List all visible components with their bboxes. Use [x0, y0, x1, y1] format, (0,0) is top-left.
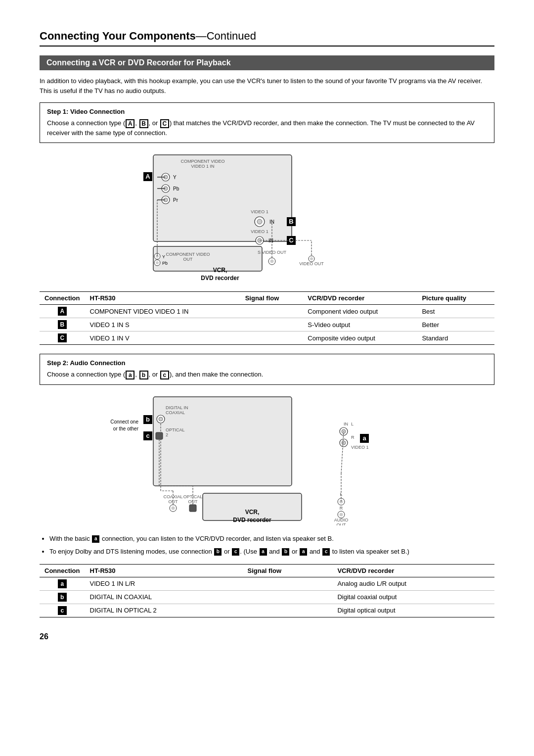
step2-title: Step 2: Audio Connection: [47, 359, 487, 367]
connection-badge-c: c: [40, 604, 85, 617]
svg-text:DVD recorder: DVD recorder: [233, 517, 271, 523]
and-text: and: [269, 548, 280, 555]
svg-text:VCR,: VCR,: [213, 267, 227, 274]
title-suffix: —Continued: [196, 30, 256, 42]
svg-text:OUT: OUT: [337, 522, 347, 525]
col-connection: Connection: [40, 292, 85, 305]
connection-badge-a: a: [40, 577, 85, 590]
svg-text:Pr: Pr: [173, 197, 178, 203]
col-signal: Signal flow: [240, 292, 303, 305]
svg-text:A: A: [145, 173, 150, 180]
ht-value: VIDEO 1 IN S: [85, 318, 240, 331]
svg-text:AUDIO: AUDIO: [334, 518, 349, 522]
audio-connection-table: Connection HT-R530 Signal flow VCR/DVD r…: [40, 564, 494, 617]
svg-text:COMPONENT VIDEO: COMPONENT VIDEO: [181, 159, 225, 164]
intro-paragraph: In addition to video playback, with this…: [40, 76, 494, 95]
signal-value: [242, 590, 332, 604]
vcr-value: Component video output: [303, 305, 417, 318]
connection-badge-b: b: [40, 590, 85, 604]
svg-text:VIDEO OUT: VIDEO OUT: [299, 261, 324, 266]
step1-title-text: Step 1: Video Connection: [47, 108, 125, 115]
svg-line-100: [341, 431, 344, 473]
connection-badge-A: A: [40, 305, 85, 318]
svg-text:Y: Y: [162, 254, 165, 259]
col-signal: Signal flow: [242, 564, 332, 577]
page-number-text: 26: [40, 632, 48, 641]
svg-point-37: [270, 260, 274, 263]
vcr-value: Composite video output: [303, 331, 417, 345]
vcr-value: Digital coaxial output: [332, 590, 494, 604]
signal-value: [242, 604, 332, 617]
audio-diagram: DIGITAL IN COAXIAL b OPTICAL 2 c Connect…: [40, 392, 494, 525]
svg-text:or the other: or the other: [113, 426, 139, 431]
signal-value: [240, 331, 303, 345]
title-text: Connecting Your Components: [40, 30, 196, 42]
svg-point-40: [310, 257, 313, 260]
svg-text:Pb: Pb: [173, 186, 179, 191]
bullet-list: With the basic a connection, you can lis…: [49, 533, 494, 557]
table-row: C VIDEO 1 IN V Composite video output St…: [40, 331, 494, 345]
svg-text:IN: IN: [344, 422, 348, 426]
step2-text: Choose a connection type (a, b, or c), a…: [47, 370, 487, 379]
step1-text: Choose a connection type (A, B, or C) th…: [47, 118, 487, 138]
table-row: a VIDEO 1 IN L/R Analog audio L/R output: [40, 577, 494, 590]
svg-text:2: 2: [166, 432, 168, 437]
svg-text:DIGITAL IN: DIGITAL IN: [166, 405, 188, 410]
svg-rect-81: [189, 505, 196, 512]
col-connection: Connection: [40, 564, 85, 577]
ht-value: VIDEO 1 IN V: [85, 331, 240, 345]
ht-value: DIGITAL IN COAXIAL: [85, 590, 243, 604]
col-ht: HT-R530: [85, 564, 243, 577]
signal-value: [240, 305, 303, 318]
vcr-value: S-Video output: [303, 318, 417, 331]
connection-badge-C: C: [40, 331, 85, 345]
table-row: B VIDEO 1 IN S S-Video output Better: [40, 318, 494, 331]
svg-text:OUT: OUT: [183, 257, 193, 262]
bullet-item-1: With the basic a connection, you can lis…: [49, 533, 494, 544]
main-title: Connecting Your Components—Continued: [40, 30, 494, 47]
svg-text:L: L: [351, 422, 354, 426]
quality-value: Best: [417, 305, 494, 318]
svg-text:VIDEO 1: VIDEO 1: [251, 229, 268, 234]
table-row: A COMPONENT VIDEO VIDEO 1 IN Component v…: [40, 305, 494, 318]
svg-text:R: R: [351, 435, 355, 440]
svg-point-71: [342, 441, 346, 445]
ht-value: VIDEO 1 IN L/R: [85, 577, 243, 590]
svg-point-87: [340, 513, 343, 516]
svg-text:VIDEO 1: VIDEO 1: [351, 445, 369, 450]
step1-box: Step 1: Video Connection Choose a connec…: [40, 102, 494, 143]
section-header: Connecting a VCR or DVD Recorder for Pla…: [40, 55, 494, 70]
bullet-item-2: To enjoy Dolby and DTS listening modes, …: [49, 546, 494, 557]
svg-text:B: B: [289, 218, 293, 225]
intro-text-content: In addition to video playback, with this…: [40, 77, 482, 94]
col-ht: HT-R530: [85, 292, 240, 305]
col-quality: Picture quality: [417, 292, 494, 305]
vcr-value: Analog audio L/R output: [332, 577, 494, 590]
connection-badge-B: B: [40, 318, 85, 331]
svg-text:Pb: Pb: [162, 261, 168, 266]
video-connection-table: Connection HT-R530 Signal flow VCR/DVD r…: [40, 291, 494, 345]
svg-text:a: a: [362, 434, 366, 442]
svg-text:c: c: [146, 432, 149, 439]
svg-text:b: b: [146, 416, 150, 423]
signal-value: [242, 577, 332, 590]
page-number: 26: [40, 632, 494, 641]
vcr-value: Digital optical output: [332, 604, 494, 617]
svg-text:DVD recorder: DVD recorder: [201, 275, 239, 282]
ht-value: COMPONENT VIDEO VIDEO 1 IN: [85, 305, 240, 318]
svg-text:R: R: [340, 506, 343, 511]
signal-value: [240, 318, 303, 331]
table-row: c DIGITAL IN OPTICAL 2 Digital optical o…: [40, 604, 494, 617]
col-vcr: VCR/DVD recorder: [303, 292, 417, 305]
table-row: b DIGITAL IN COAXIAL Digital coaxial out…: [40, 590, 494, 604]
svg-text:Connect one: Connect one: [110, 419, 138, 425]
svg-text:VIDEO 1 IN: VIDEO 1 IN: [191, 164, 214, 169]
svg-text:COMPONENT VIDEO: COMPONENT VIDEO: [166, 252, 210, 257]
svg-text:Y: Y: [173, 175, 177, 180]
svg-rect-26: [153, 246, 262, 271]
svg-point-33: [156, 261, 159, 264]
svg-point-78: [172, 506, 175, 510]
svg-text:VIDEO 1: VIDEO 1: [251, 209, 268, 214]
svg-text:VCR,: VCR,: [245, 509, 260, 516]
svg-text:COAXIAL: COAXIAL: [166, 410, 185, 415]
